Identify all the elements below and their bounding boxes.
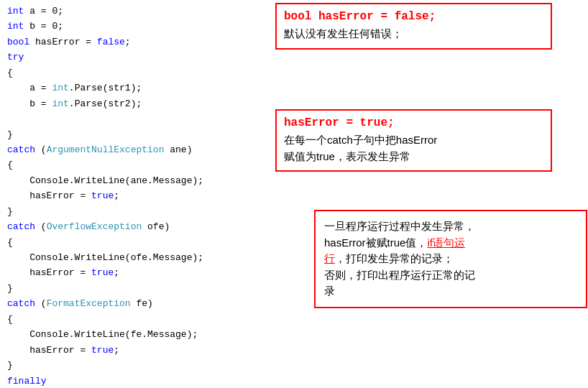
- keyword: try: [7, 52, 24, 63]
- code-line: b = int.Parse(str2);: [7, 96, 270, 111]
- annotation-text-2b: 赋值为true，表示发生异常: [284, 150, 410, 162]
- code-line: {: [7, 312, 270, 327]
- code-line: {: [7, 235, 270, 250]
- annotation-box-1: bool hasError = false; 默认没有发生任何错误；: [275, 3, 552, 50]
- ann-text-3-line1: 一旦程序运行过程中发生异常，: [324, 220, 475, 232]
- code-line: bool hasError = false;: [7, 34, 270, 50]
- exception-type: ArgumentNullException: [47, 144, 165, 155]
- annotations-area: bool hasError = false; 默认没有发生任何错误； hasEr…: [270, 0, 588, 388]
- ann-text-3-line3a: 行: [324, 252, 335, 264]
- code-line: catch (FormatException fe): [7, 296, 270, 311]
- keyword: true: [91, 190, 114, 201]
- keyword: int: [7, 6, 24, 17]
- code-line: }: [7, 127, 270, 142]
- code-line: Console.WriteLine(ane.Message);: [7, 173, 270, 188]
- code-line-finally: finally: [7, 374, 270, 389]
- code-panel: int a = 0; int b = 0; bool hasError = fa…: [0, 0, 270, 388]
- keyword-finally: finally: [7, 376, 47, 387]
- keyword: bool: [7, 37, 29, 47]
- keyword: int: [7, 21, 24, 32]
- code-line: }: [7, 358, 270, 373]
- code-line: {: [7, 157, 270, 172]
- code-line: }: [7, 281, 270, 296]
- ann-text-3-line5: 录: [324, 285, 335, 297]
- keyword: true: [91, 267, 114, 278]
- page-wrapper: int a = 0; int b = 0; bool hasError = fa…: [0, 0, 588, 388]
- code-line: Console.WriteLine(ofe.Message);: [7, 250, 270, 265]
- keyword: catch: [7, 144, 35, 155]
- code-line: hasError = true;: [7, 265, 270, 280]
- exception-type: FormatException: [47, 298, 131, 309]
- keyword: false: [97, 37, 125, 47]
- code-line: int a = 0;: [7, 4, 270, 19]
- annotation-text-2a: 在每一个catch子句中把hasError: [284, 134, 437, 146]
- annotation-text-2: 在每一个catch子句中把hasError 赋值为true，表示发生异常: [284, 132, 543, 165]
- code-line: hasError = true;: [7, 343, 270, 358]
- code-line: catch (OverflowException ofe): [7, 219, 270, 234]
- code-line: [7, 111, 270, 126]
- type-name: int: [52, 83, 68, 93]
- code-line: {: [7, 65, 270, 80]
- ann-text-3-line4: 否则，打印出程序运行正常的记: [324, 269, 475, 281]
- ann-text-3-line2: hasError被赋true值，: [324, 236, 427, 249]
- annotation-code-1: bool hasError = false;: [284, 10, 543, 23]
- code-line: }: [7, 204, 270, 219]
- exception-type: OverflowException: [47, 221, 142, 232]
- ann-text-3-line3b: ，打印发生异常的记录；: [335, 252, 454, 264]
- type-name: int: [52, 98, 68, 109]
- annotation-code-2: hasError = true;: [284, 116, 543, 129]
- code-line: try: [7, 50, 270, 65]
- annotation-box-3: 一旦程序运行过程中发生异常， hasError被赋true值，if语句运 行，打…: [314, 210, 587, 308]
- code-line: int b = 0;: [7, 19, 270, 34]
- ann-text-3-link: if语句运: [427, 236, 465, 249]
- keyword: catch: [7, 298, 35, 309]
- code-line: catch (ArgumentNullException ane): [7, 142, 270, 157]
- keyword: catch: [7, 221, 35, 232]
- annotation-text-3: 一旦程序运行过程中发生异常， hasError被赋true值，if语句运 行，打…: [324, 218, 577, 300]
- keyword: true: [91, 345, 114, 356]
- annotation-text-1: 默认没有发生任何错误；: [284, 27, 403, 40]
- code-line: hasError = true;: [7, 188, 270, 203]
- code-line: a = int.Parse(str1);: [7, 80, 270, 96]
- code-line: Console.WriteLine(fe.Message);: [7, 327, 270, 342]
- annotation-box-2: hasError = true; 在每一个catch子句中把hasError 赋…: [275, 109, 552, 172]
